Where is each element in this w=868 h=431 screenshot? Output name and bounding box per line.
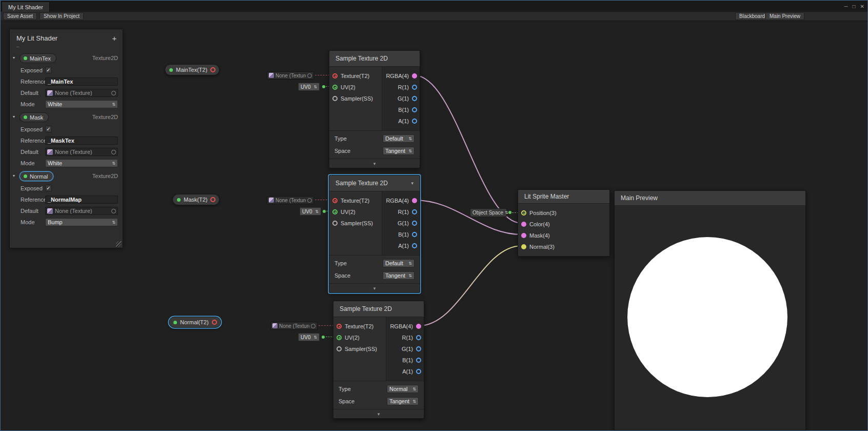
texture-input-port[interactable] (337, 324, 342, 329)
blackboard-panel[interactable]: My Lit Shader + – ▾ MainTex Texture2D Ex… (9, 29, 123, 248)
main-preview-toggle-button[interactable]: Main Preview (765, 12, 804, 20)
color-input-port[interactable] (521, 222, 526, 227)
mask-input-port[interactable] (521, 233, 526, 238)
port-texture-output[interactable] (210, 67, 215, 72)
main-preview-panel[interactable]: Main Preview (614, 190, 806, 430)
node-header[interactable]: Lit Sprite Master (518, 190, 609, 204)
node-sample-texture-2d-1[interactable]: Sample Texture 2D Texture(T2) UV(2) Samp… (329, 50, 420, 168)
node-header[interactable]: Sample Texture 2D (329, 51, 420, 67)
blackboard-toggle-button[interactable]: Blackboard (735, 12, 769, 20)
sampler-input-port[interactable] (337, 346, 342, 351)
default-texture-field[interactable]: None (Texture) (45, 207, 118, 215)
port-texture-output[interactable] (212, 320, 217, 325)
preview-viewport[interactable] (615, 206, 805, 430)
uv-input-port[interactable] (332, 85, 338, 90)
position-connector-dot (508, 211, 511, 214)
chevron-down-icon[interactable]: ▾ (13, 114, 15, 119)
object-picker-icon[interactable] (311, 324, 315, 328)
normal-input-port[interactable] (521, 244, 526, 249)
object-picker-icon[interactable] (307, 198, 312, 203)
space-dropdown[interactable]: Tangent⇅ (387, 397, 419, 405)
uv-input-port[interactable] (337, 335, 342, 340)
type-dropdown[interactable]: Default⇅ (383, 259, 415, 267)
default-texture-field[interactable]: None (Texture) (45, 89, 118, 97)
node-collapse-button[interactable]: ▾ (333, 409, 424, 418)
reference-input[interactable]: _NormalMap (45, 195, 118, 204)
texture-default-slot[interactable]: None (Texture) (270, 322, 318, 330)
node-lit-sprite-master[interactable]: Lit Sprite Master Position(3) Color(4) M… (518, 189, 610, 257)
reference-input[interactable]: _MainTex (45, 77, 118, 86)
add-property-button[interactable]: + (110, 33, 119, 43)
resize-grip[interactable] (116, 241, 122, 247)
node-sample-texture-2d-3[interactable]: Sample Texture 2D Texture(T2) UV(2) Samp… (333, 301, 424, 419)
a-output-port[interactable] (412, 243, 417, 248)
port-texture-output[interactable] (210, 197, 215, 202)
rgba-output-port[interactable] (412, 73, 417, 79)
show-in-project-button[interactable]: Show In Project (40, 12, 84, 20)
property-pill-maintex[interactable]: MainTex (19, 53, 56, 63)
texture-default-slot[interactable]: None (Texture) (267, 71, 314, 80)
chevron-down-icon[interactable]: ▾ (13, 173, 15, 178)
property-node-mask[interactable]: Mask(T2) (172, 194, 220, 205)
property-node-normal[interactable]: Normal(T2) (169, 317, 221, 328)
a-output-port[interactable] (412, 119, 417, 124)
reference-label: Reference (21, 79, 47, 85)
save-asset-button[interactable]: Save Asset (3, 12, 37, 20)
object-picker-icon[interactable] (111, 209, 116, 213)
object-picker-icon[interactable] (307, 73, 312, 78)
texture-input-port[interactable] (332, 198, 338, 203)
node-collapse-button[interactable]: ▾ (329, 283, 420, 292)
node-header[interactable]: Sample Texture 2D▾ (329, 175, 420, 191)
uv-input-port[interactable] (332, 209, 338, 214)
uv-channel-dropdown[interactable]: UV0 ⇅ (298, 83, 320, 91)
position-space-dropdown[interactable]: Object Space ⇅ (470, 208, 507, 217)
uv-channel-dropdown[interactable]: UV0 ⇅ (298, 333, 320, 341)
node-sample-texture-2d-2[interactable]: Sample Texture 2D▾ Texture(T2) UV(2) Sam… (329, 175, 420, 293)
uv-channel-dropdown[interactable]: UV0 ⇅ (300, 207, 321, 215)
property-pill-normal[interactable]: Normal (19, 171, 53, 181)
object-picker-icon[interactable] (111, 150, 116, 154)
texture-default-slot[interactable]: None (Texture) (267, 196, 314, 204)
close-icon[interactable]: ✕ (860, 4, 864, 9)
node-header[interactable]: Sample Texture 2D (333, 301, 424, 317)
minimize-icon[interactable]: ─ (844, 4, 847, 9)
sampler-input-port[interactable] (332, 221, 338, 226)
r-output-port[interactable] (416, 335, 421, 340)
mode-dropdown[interactable]: Bump ⇅ (45, 218, 118, 226)
r-output-port[interactable] (412, 85, 417, 90)
tab-my-lit-shader[interactable]: My Lit Shader (2, 2, 50, 12)
reference-input[interactable]: _MaskTex (45, 136, 118, 145)
type-dropdown[interactable]: Default⇅ (383, 134, 415, 143)
header-caret-icon[interactable]: ▾ (411, 181, 413, 186)
mode-dropdown[interactable]: White ⇅ (45, 159, 118, 167)
mode-dropdown[interactable]: White ⇅ (45, 100, 118, 108)
chevron-down-icon[interactable]: ▾ (13, 55, 15, 60)
sampler-input-port[interactable] (332, 96, 338, 101)
texture-input-port[interactable] (332, 73, 338, 79)
a-output-port[interactable] (416, 369, 421, 374)
rgba-output-port[interactable] (416, 324, 421, 329)
g-output-port[interactable] (416, 346, 421, 351)
maximize-icon[interactable]: □ (853, 4, 856, 9)
type-dropdown[interactable]: Normal⇅ (387, 385, 419, 393)
collapse-chevron-icon: ▾ (373, 161, 376, 166)
b-output-port[interactable] (412, 232, 417, 237)
space-dropdown[interactable]: Tangent⇅ (383, 147, 415, 155)
g-output-port[interactable] (412, 96, 417, 101)
b-output-port[interactable] (416, 358, 421, 363)
node-collapse-button[interactable]: ▾ (329, 159, 420, 168)
position-input-port[interactable] (521, 210, 526, 215)
default-texture-field[interactable]: None (Texture) (45, 148, 118, 156)
rgba-output-port[interactable] (412, 198, 417, 203)
object-picker-icon[interactable] (111, 91, 116, 95)
b-output-port[interactable] (412, 107, 417, 112)
panel-header[interactable]: Main Preview (615, 191, 805, 206)
r-output-port[interactable] (412, 209, 417, 214)
exposed-checkbox[interactable]: ✓ (45, 67, 52, 73)
property-pill-mask[interactable]: Mask (19, 112, 49, 122)
exposed-checkbox[interactable]: ✓ (45, 126, 52, 132)
property-node-maintex[interactable]: MainTex(T2) (165, 64, 220, 75)
space-dropdown[interactable]: Tangent⇅ (383, 271, 415, 280)
g-output-port[interactable] (412, 221, 417, 226)
exposed-checkbox[interactable]: ✓ (45, 185, 52, 191)
